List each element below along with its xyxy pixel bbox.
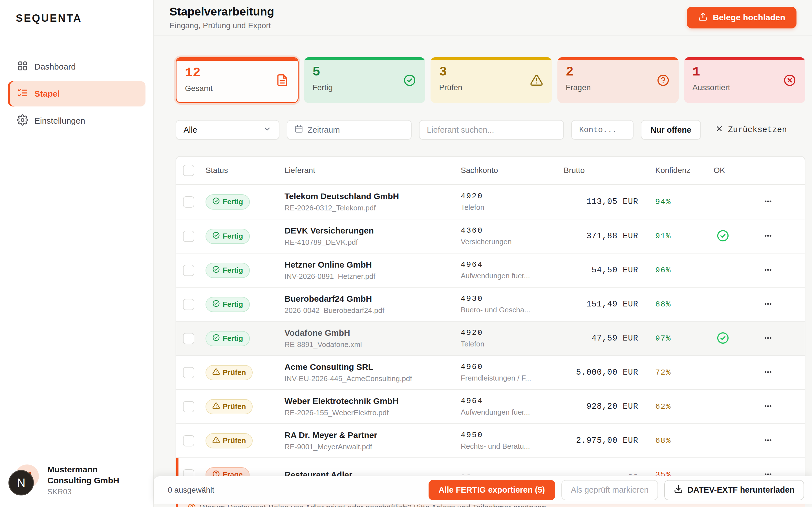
bulk-action-bar: 0 ausgewählt Alle FERTIG exportieren (5)… [154, 476, 812, 504]
table-row: FertigBuerobedarf24 GmbH2026-0042_Buerob… [176, 287, 805, 321]
table-header-row: Status Lieferant Sachkonto Brutto Konfid… [176, 157, 805, 185]
account-info: Mustermann Consulting GmbH SKR03 [47, 464, 136, 496]
main-content: Stapelverarbeitung Eingang, Prüfung und … [154, 0, 812, 507]
stat-card-topbar [304, 57, 425, 60]
row-menu-button[interactable] [762, 408, 774, 413]
account-filter-input[interactable]: Konto... [571, 120, 633, 140]
confidence-value: 88% [638, 300, 705, 309]
table-row: FertigVodafone GmbHRE-8891_Vodafone.xml4… [176, 321, 805, 355]
row-checkbox[interactable] [183, 196, 194, 208]
sidebar-item-label: Dashboard [35, 62, 76, 71]
sidebar: SEQUENTA Dashboard [0, 0, 154, 507]
supplier-search-input[interactable]: Lieferant suchen... [419, 120, 564, 140]
status-badge: Prüfen [206, 433, 253, 448]
confidence-value: 91% [638, 232, 705, 240]
account-code: 4960 [461, 362, 564, 371]
account-code: 4920 [461, 328, 564, 337]
gross-amount: 2.975,00 EUR [564, 436, 638, 445]
documents-table: Status Lieferant Sachkonto Brutto Konfid… [175, 156, 805, 491]
file-name: INV-2026-0891_Hetzner.pdf [285, 272, 461, 281]
sidebar-item-label: Einstellungen [35, 116, 85, 126]
row-checkbox[interactable] [183, 367, 194, 378]
gross-amount: 113,05 EUR [564, 197, 638, 207]
status-badge: Fertig [206, 263, 250, 278]
stat-card-gesamt[interactable]: 12 Gesamt [175, 57, 299, 103]
account-block[interactable]: M N Mustermann Consulting GmbH SKR03 [8, 464, 136, 496]
account-label: Versicherungen [461, 237, 564, 246]
account-label: Aufwendungen fuer... [461, 272, 564, 280]
reset-filters-button[interactable]: Zurücksetzen [715, 124, 787, 135]
vendor-name: Acme Consulting SRL [285, 362, 461, 372]
file-name: RE-410789_DEVK.pdf [285, 238, 461, 247]
stat-card-pruefen[interactable]: 3 Prüfen [430, 57, 552, 103]
stat-card-aussortiert[interactable]: 1 Aussortiert [684, 57, 805, 103]
gross-amount: 151,49 EUR [564, 300, 638, 309]
question-circle-icon [188, 503, 196, 507]
row-menu-button[interactable] [762, 272, 774, 277]
check-circle-icon [212, 197, 220, 207]
table-row: FertigTelekom Deutschland GmbHRE-2026-03… [176, 185, 805, 219]
gross-amount: 47,59 EUR [564, 334, 638, 343]
sidebar-item-label: Stapel [35, 89, 60, 99]
row-checkbox[interactable] [183, 265, 194, 276]
vendor-name: RA Dr. Meyer & Partner [285, 431, 461, 440]
avatar-front: N [8, 470, 34, 496]
row-menu-button[interactable] [762, 340, 774, 345]
stat-card-fertig[interactable]: 5 Fertig [304, 57, 425, 103]
app-window: SEQUENTA Dashboard [0, 0, 812, 507]
upload-button-label: Belege hochladen [713, 13, 785, 22]
row-menu-button[interactable] [762, 443, 774, 447]
account-code: 4950 [461, 431, 564, 439]
document-icon [276, 74, 289, 88]
warning-triangle-icon [530, 74, 543, 88]
status-filter-select[interactable]: Alle [175, 120, 280, 140]
file-name: INV-EU-2026-445_AcmeConsulting.pdf [285, 374, 461, 383]
row-checkbox[interactable] [183, 299, 194, 310]
status-badge: Prüfen [206, 399, 253, 414]
row-checkbox[interactable] [183, 435, 194, 446]
warning-triangle-icon [212, 436, 220, 446]
confidence-value: 72% [638, 368, 705, 377]
confidence-value: 94% [638, 198, 705, 206]
mark-reviewed-button[interactable]: Als geprüft markieren [561, 480, 658, 500]
column-header-sachkonto: Sachkonto [461, 166, 564, 175]
ok-check-icon [716, 332, 729, 346]
account-chart-of-accounts: SKR03 [47, 488, 136, 496]
ok-check-icon [716, 229, 729, 243]
page-header: Stapelverarbeitung Eingang, Prüfung und … [154, 0, 812, 36]
stat-cards: 12 Gesamt 5 Fertig [175, 57, 805, 103]
sidebar-item-stapel[interactable]: Stapel [8, 81, 146, 107]
question-circle-icon [657, 74, 670, 88]
stat-card-topbar [684, 57, 805, 60]
stat-card-topbar [176, 58, 298, 61]
table-body: FertigTelekom Deutschland GmbHRE-2026-03… [176, 185, 805, 491]
row-checkbox[interactable] [183, 401, 194, 412]
check-circle-icon [212, 334, 220, 343]
sidebar-item-dashboard[interactable]: Dashboard [8, 54, 146, 79]
open-only-button[interactable]: Nur offene [641, 120, 701, 140]
account-label: Fremdleistungen / F... [461, 374, 564, 383]
vendor-name: Hetzner Online GmbH [285, 260, 461, 270]
row-menu-button[interactable] [762, 238, 774, 243]
date-range-picker[interactable]: Zeitraum [287, 120, 412, 140]
file-name: RE-2026-0312_Telekom.pdf [285, 204, 461, 212]
column-header-ok: OK [705, 166, 741, 175]
stat-card-fragen[interactable]: 2 Fragen [557, 57, 679, 103]
row-checkbox[interactable] [183, 231, 194, 242]
row-menu-button[interactable] [762, 204, 774, 209]
datev-download-button[interactable]: DATEV-EXTF herunterladen [664, 480, 804, 500]
upload-button[interactable]: Belege hochladen [687, 7, 797, 29]
gross-amount: 5.000,00 EUR [564, 368, 638, 377]
sidebar-item-einstellungen[interactable]: Einstellungen [8, 108, 146, 133]
confidence-value: 97% [638, 334, 705, 343]
status-filter-value: Alle [184, 125, 197, 135]
select-all-checkbox[interactable] [183, 165, 194, 176]
row-checkbox[interactable] [183, 333, 194, 344]
app-logo: SEQUENTA [16, 12, 153, 24]
row-menu-button[interactable] [762, 306, 774, 311]
page-subtitle: Eingang, Prüfung und Export [169, 21, 274, 30]
account-label: Telefon [461, 340, 564, 348]
row-menu-button[interactable] [762, 374, 774, 379]
export-finished-button[interactable]: Alle FERTIG exportieren (5) [428, 480, 555, 500]
close-icon [715, 124, 723, 135]
